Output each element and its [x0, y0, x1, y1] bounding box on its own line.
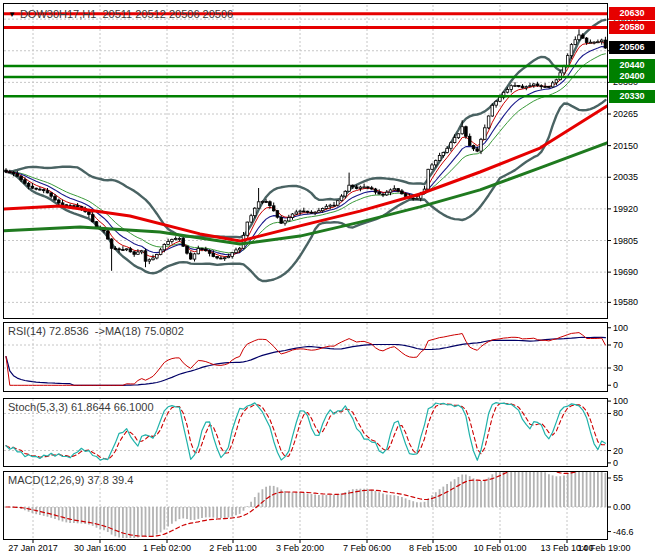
- macd-scale-label: -46.6: [613, 527, 634, 537]
- stoch-scale-label: 20: [613, 446, 623, 456]
- main-price-panel[interactable]: [3, 3, 608, 319]
- price-axis-tick-label: 19690: [613, 267, 638, 277]
- stoch-header-label: Stoch(5,3,3) 61.8644 66.1000: [8, 401, 154, 413]
- price-axis-tick-label: 19805: [613, 236, 638, 246]
- rsi-header-label: RSI(14) 72.8536 ->MA(18) 75.0802: [8, 325, 184, 337]
- price-axis-tick-label: 20035: [613, 172, 638, 182]
- price-axis-tick-label: 19920: [613, 204, 638, 214]
- ohlc-readout: 20511 20512 20506 20506: [102, 8, 233, 20]
- trading-terminal-chart: ▼DOW30H17,H1 20511 20512 20506 20506 RSI…: [0, 0, 660, 560]
- time-axis-label: 8 Feb 15:00: [409, 543, 457, 553]
- level-price-box: 20330: [609, 90, 655, 103]
- macd-header-label: MACD(12,26,9) 37.8 39.4: [8, 474, 133, 486]
- level-price-box: 20400: [609, 70, 655, 83]
- time-axis-label: 7 Feb 06:00: [343, 543, 391, 553]
- stoch-scale-label: 100: [613, 396, 628, 406]
- level-price-box: 20580: [609, 21, 655, 34]
- price-axis-tick-label: 20150: [613, 141, 638, 151]
- symbol-title: DOW30H17,H1: [20, 8, 96, 20]
- price-axis-tick-label: 19580: [613, 297, 638, 307]
- time-axis-label: 10 Feb 01:00: [473, 543, 526, 553]
- macd-scale-label: 0.00: [613, 502, 631, 512]
- time-axis-label: 14 Feb 19:00: [577, 543, 630, 553]
- rsi-scale-label: 100: [613, 323, 628, 333]
- rsi-scale-label: 30: [613, 363, 623, 373]
- bid-price-box: 20506: [609, 41, 655, 54]
- level-price-box: 20630: [609, 7, 655, 20]
- rsi-scale-label: 0: [613, 380, 618, 390]
- stoch-scale-label: 0: [613, 458, 618, 468]
- time-axis-label: 30 Jan 16:00: [74, 543, 126, 553]
- time-axis-label: 2 Feb 11:00: [209, 543, 256, 553]
- time-axis-label: 27 Jan 2017: [8, 543, 58, 553]
- macd-scale-label: 55: [613, 473, 623, 483]
- chart-header: ▼DOW30H17,H1 20511 20512 20506 20506: [8, 8, 233, 20]
- price-axis-tick-label: 20265: [613, 109, 638, 119]
- time-axis-label: 3 Feb 20:00: [276, 543, 324, 553]
- symbol-marker-icon: ▼: [8, 10, 16, 19]
- stoch-scale-label: 80: [613, 408, 623, 418]
- time-axis-label: 1 Feb 02:00: [143, 543, 191, 553]
- rsi-scale-label: 70: [613, 340, 623, 350]
